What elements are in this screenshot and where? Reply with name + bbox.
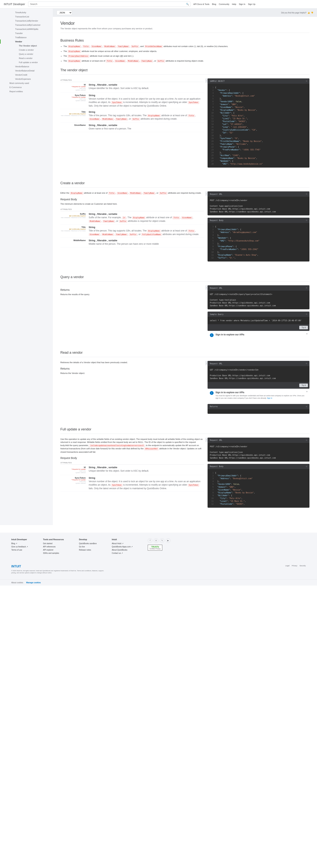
attr-row-title: Title Conditionally required max charact… xyxy=(60,109,204,122)
collapse-icon[interactable]: ‹ xyxy=(205,438,208,442)
attr-desc: Suffix of the name. For example, Jr. The… xyxy=(89,216,204,223)
code-body[interactable] xyxy=(208,409,310,414)
nav-community[interactable]: Community xyxy=(219,3,230,5)
sidebar-item[interactable]: TransactionListWithSplits xyxy=(0,27,53,31)
copy-icon[interactable]: ⧉ xyxy=(306,362,307,365)
code-body[interactable]: 1{ 2 "Vendor": { 3 "PrimaryEmailAddr": {… xyxy=(208,84,310,167)
code-body[interactable]: POST /v3/company/<realmID>/vendor Conten… xyxy=(208,197,310,215)
attr-meta: system defined xyxy=(60,100,86,101)
sidebar-sub-create[interactable]: Create a vendor xyxy=(0,48,53,52)
sidebar-section[interactable]: Report entities xyxy=(0,89,53,94)
logo[interactable]: INTUIT Developer xyxy=(4,3,25,6)
truste-badge[interactable]: ✓ TRUSTeCertified Privacy xyxy=(148,545,170,551)
code-body[interactable]: 1{ 2 "PrimaryEmailAddr": { 3 "Address": … xyxy=(208,469,310,508)
sidebar-item-vendor[interactable]: Vendor xyxy=(0,39,53,44)
tryit-button[interactable]: Try it xyxy=(299,326,308,329)
collapse-icon[interactable]: ‹ xyxy=(205,285,208,290)
sidebar-sub-update[interactable]: Full update a vendor xyxy=(0,60,53,64)
copy-icon[interactable]: ⧉ xyxy=(306,439,307,441)
code-body[interactable]: GET /v3/company/<realmID>/vendor/<vendor… xyxy=(208,366,310,382)
sidebar-item[interactable]: TransactionListByVendor xyxy=(0,19,53,23)
copy-icon[interactable]: ⧉ xyxy=(306,80,307,82)
signin-panel: i Sign in to explore our APIs × xyxy=(208,331,310,339)
footer-link[interactable]: Release notes xyxy=(79,549,97,551)
sidebar-item[interactable]: Transfer xyxy=(0,31,53,35)
sidebar-item[interactable]: VendorBalance xyxy=(0,64,53,69)
search-icon[interactable]: 🔍 xyxy=(186,3,189,5)
youtube-icon[interactable]: ▶ xyxy=(166,538,170,543)
collapse-icon[interactable]: ‹ xyxy=(205,361,208,365)
request-body-panel: Request Body⧉ 1{ 2 "PrimaryEmailAddr": {… xyxy=(208,218,310,261)
copy-icon[interactable]: ⧉ xyxy=(306,313,307,315)
copy-icon[interactable]: ⧉ xyxy=(306,465,307,468)
security-link[interactable]: Security xyxy=(300,565,306,567)
footer-link[interactable]: Contact us ↗ xyxy=(112,552,133,554)
panel-title: Request Body xyxy=(210,465,223,467)
collapse-icon[interactable]: ‹ xyxy=(205,191,208,196)
footer-link[interactable]: Terms of use xyxy=(11,549,28,551)
copy-icon[interactable]: ⧉ xyxy=(306,193,307,195)
sidebar-item[interactable]: TransactionListByCustomer xyxy=(0,23,53,27)
manage-cookies-link[interactable]: Manage cookies xyxy=(26,582,41,584)
query-heading: Query a vendor xyxy=(60,275,310,279)
sidebar-sub-read[interactable]: Read a vendor xyxy=(0,56,53,60)
attr-badge: Conditionally required xyxy=(60,228,86,230)
search-container: 🔍 xyxy=(28,1,190,7)
sidebar-section[interactable]: Most commonly used xyxy=(0,81,53,85)
attr-meta: max character: Maximum of 16 chars xyxy=(60,230,86,231)
tryit-button[interactable]: Try it xyxy=(299,383,308,387)
nav-help[interactable]: Help xyxy=(232,3,236,5)
close-icon[interactable]: × xyxy=(306,333,308,335)
nav-signup[interactable]: Sign Up xyxy=(248,3,255,5)
about-cookies-link[interactable]: About cookies xyxy=(11,582,23,584)
thumbs-down-icon[interactable]: 👎 xyxy=(311,12,313,14)
sidebar-item[interactable]: TrialBalance xyxy=(0,35,53,39)
sidebar-item[interactable]: TimeActivity xyxy=(0,10,53,14)
footer-col-develop: Develop QuickBooks sandbox Go live Relea… xyxy=(79,538,97,555)
footer-link[interactable]: Blog ↗ xyxy=(11,542,28,545)
sidebar-sub-vendor-object[interactable]: The Vendor object xyxy=(0,44,53,48)
nav-signin[interactable]: Sign In xyxy=(239,3,245,5)
code-body[interactable]: GET /v3/company/<realmID>/query?query=<s… xyxy=(208,290,310,309)
sidebar-section[interactable]: E-Commerce xyxy=(0,85,53,89)
footer-link[interactable]: QuickBooks sandbox xyxy=(79,542,97,545)
footer-link[interactable]: About QuickBooks xyxy=(112,549,133,551)
signin-link[interactable]: Sign In xyxy=(267,397,272,399)
nav-docs[interactable]: API Docs & Tools xyxy=(193,3,209,5)
thumbs-up-icon[interactable]: 👍 xyxy=(308,12,310,14)
sidebar-item[interactable]: VendorBalanceDetail xyxy=(0,69,53,73)
footer-link[interactable]: Get started xyxy=(43,542,64,545)
search-input[interactable] xyxy=(28,1,190,7)
copy-icon[interactable]: ⧉ xyxy=(306,219,307,221)
sidebar-item[interactable]: VendorExpenses xyxy=(0,77,53,81)
close-icon[interactable]: × xyxy=(306,390,308,393)
footer-link[interactable]: SDKs and samples xyxy=(43,552,64,554)
copy-icon[interactable]: ⧉ xyxy=(306,287,307,289)
privacy-link[interactable]: Privacy xyxy=(292,565,297,567)
code-body[interactable]: POST /v3/company/<realmID>/vendor Conten… xyxy=(208,443,310,462)
format-select[interactable]: JSON xyxy=(57,10,72,15)
helpful-text: Did you find this page helpful? xyxy=(281,12,307,14)
footer-link[interactable]: QuickBooks Apps.com ↗ xyxy=(112,546,133,548)
attr-meta: max character: Maximum of 16 chars xyxy=(60,115,86,116)
code-body[interactable]: select * from vendor where Metadata.Last… xyxy=(208,317,310,324)
legal-link[interactable]: Legal xyxy=(285,565,289,567)
facebook-icon[interactable]: f xyxy=(148,538,152,543)
collapse-icon[interactable]: ‹ xyxy=(205,79,208,83)
code-body[interactable]: 1{ 2 "PrimaryEmailAddr": { 3 "Address": … xyxy=(208,223,310,261)
github-icon[interactable]: ⊙ xyxy=(154,538,158,543)
twitter-icon[interactable]: 𝕏 xyxy=(160,538,164,543)
footer-col-tools: Tools and Resources Get started API refe… xyxy=(43,538,64,555)
request-body-heading: Request Body xyxy=(60,457,204,460)
sidebar-item[interactable]: TransactionList xyxy=(0,14,53,19)
copy-icon[interactable]: ⧉ xyxy=(306,405,307,408)
sidebar-item[interactable]: VendorCredit xyxy=(0,73,53,77)
footer-link[interactable]: Give us feedback ↗ xyxy=(11,546,28,548)
nav-links: API Docs & Tools Blog Community Help Sig… xyxy=(193,3,255,5)
footer-link[interactable]: Go live xyxy=(79,546,97,548)
footer-link[interactable]: API references xyxy=(43,546,64,548)
sidebar-sub-query[interactable]: Query a vendor xyxy=(0,52,53,56)
nav-blog[interactable]: Blog xyxy=(212,3,216,5)
footer-link[interactable]: About Intuit ↗ xyxy=(112,542,133,545)
footer-link[interactable]: API explorer xyxy=(43,549,64,551)
